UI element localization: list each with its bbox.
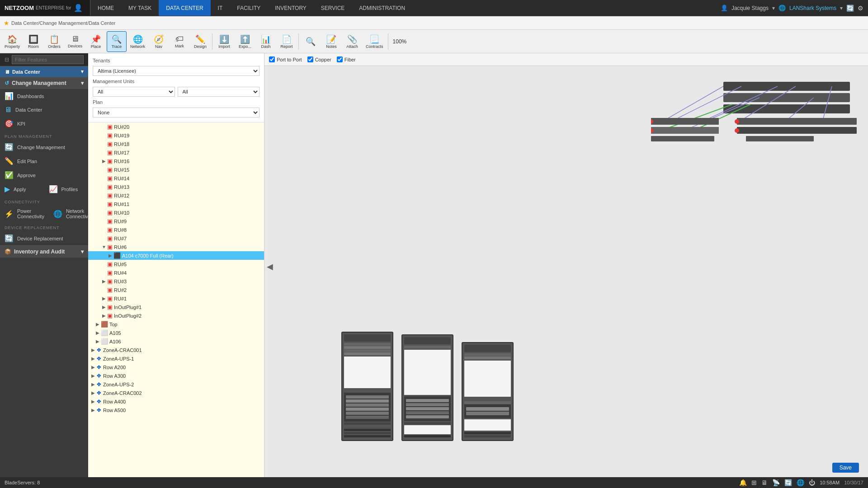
expand-ru1[interactable]: ▶ bbox=[101, 296, 107, 301]
sidebar-edit-plan[interactable]: ✏️ Edit Plan bbox=[0, 154, 88, 168]
sidebar-datacenter-item[interactable]: 🖥 Data Center bbox=[0, 103, 88, 117]
tree-node-top[interactable]: ▶ 🟫 Top bbox=[88, 320, 264, 328]
sidebar-kpi-profiles[interactable]: 📈 Profiles bbox=[44, 182, 89, 196]
tree-node-ru3[interactable]: ▶ ▣ RU#3 bbox=[88, 277, 264, 286]
property-btn[interactable]: 🏠 Property bbox=[2, 31, 23, 52]
sidebar-dashboards[interactable]: 📊 Dashboards bbox=[0, 89, 88, 103]
nav-inventory[interactable]: INVENTORY bbox=[268, 0, 314, 16]
expand-ru16[interactable]: ▶ bbox=[101, 159, 107, 164]
tree-node-inoutplug1[interactable]: ▶ ▣ InOutPlug#1 bbox=[88, 303, 264, 311]
tenants-select[interactable]: Altima (Licensee) bbox=[93, 66, 259, 76]
tree-node-ru7[interactable]: ▣ RU#7 bbox=[88, 234, 264, 243]
grid-icon[interactable]: ⊞ bbox=[751, 479, 757, 486]
tree-node-a104[interactable]: ▶ ⬛ A104 c7000 Full (Rear) bbox=[88, 251, 264, 260]
tree-node-ru10[interactable]: ▣ RU#10 bbox=[88, 208, 264, 217]
tree-node-row-a500[interactable]: ▶ ❖ Row A500 bbox=[88, 406, 264, 414]
tree-node-row-a300[interactable]: ▶ ❖ Row A300 bbox=[88, 371, 264, 380]
change-mgmt-arrow[interactable]: ▾ bbox=[81, 80, 84, 86]
tree-container[interactable]: ▣ RU#20 ▣ RU#19 ▣ RU#18 ▣ RU#17 ▶ ▣ R bbox=[88, 122, 264, 477]
nav-datacenter[interactable]: DATA CENTER bbox=[159, 0, 210, 16]
nav-facility[interactable]: FACILITY bbox=[230, 0, 268, 16]
design-btn[interactable]: ✏️ Design bbox=[190, 31, 210, 52]
mark-btn[interactable]: 🏷 Mark bbox=[170, 31, 189, 52]
nav-home[interactable]: HOME bbox=[90, 0, 121, 16]
user-dropdown-icon[interactable]: ▾ bbox=[772, 5, 775, 11]
tree-node-ru20[interactable]: ▣ RU#20 bbox=[88, 122, 264, 131]
tree-node-ru18[interactable]: ▣ RU#18 bbox=[88, 140, 264, 148]
save-button[interactable]: Save bbox=[832, 463, 859, 473]
expand-ups2[interactable]: ▶ bbox=[90, 382, 96, 387]
mgmt-units-select2[interactable]: All bbox=[178, 87, 260, 97]
port-to-port-checkbox[interactable] bbox=[269, 56, 275, 62]
tree-node-ru16[interactable]: ▶ ▣ RU#16 bbox=[88, 157, 264, 165]
inventory-section-header[interactable]: 📦 Inventory and Audit ▾ bbox=[0, 245, 88, 258]
place-btn[interactable]: 📌 Place bbox=[86, 31, 106, 52]
sidebar-apply[interactable]: ▶ Apply bbox=[0, 182, 44, 196]
attach-btn[interactable]: 📎 Attach bbox=[342, 31, 362, 52]
orders-btn[interactable]: 📋 Orders bbox=[44, 31, 64, 52]
refresh-status-icon[interactable]: 🔄 bbox=[784, 479, 792, 486]
globe-status-icon[interactable]: 🌐 bbox=[797, 479, 804, 486]
plan-select[interactable]: None bbox=[93, 108, 259, 117]
company-info[interactable]: LANShark Systems bbox=[789, 5, 836, 11]
tree-node-ru9[interactable]: ▣ RU#9 bbox=[88, 217, 264, 225]
monitor-icon[interactable]: 🖥 bbox=[761, 479, 768, 486]
expand-top[interactable]: ▶ bbox=[94, 322, 101, 327]
nav-btn[interactable]: 🧭 Nav bbox=[149, 31, 169, 52]
contracts-btn[interactable]: 📃 Contracts bbox=[363, 31, 386, 52]
dash-btn[interactable]: 📊 Dash bbox=[256, 31, 276, 52]
settings-icon[interactable]: ⚙ bbox=[858, 5, 863, 12]
sidebar-power[interactable]: ⚡ Power Connectivity bbox=[0, 206, 49, 222]
report-btn[interactable]: 📄 Report bbox=[277, 31, 297, 52]
tree-node-ru17[interactable]: ▣ RU#17 bbox=[88, 148, 264, 157]
canvas-content[interactable]: Save ◀ bbox=[264, 66, 868, 477]
bell-icon[interactable]: 🔔 bbox=[739, 479, 747, 486]
network-btn[interactable]: 🌐 Network bbox=[127, 31, 148, 52]
nav-mytask[interactable]: MY TASK bbox=[121, 0, 159, 16]
search-btn[interactable]: 🔍 bbox=[301, 31, 321, 52]
datacenter-section-header[interactable]: 🖥 Data Center ▾ bbox=[0, 66, 88, 77]
expand-ru3[interactable]: ▶ bbox=[101, 279, 107, 284]
tree-node-ru2[interactable]: ▣ RU#2 bbox=[88, 286, 264, 294]
tree-node-ru13[interactable]: ▣ RU#13 bbox=[88, 183, 264, 191]
tree-node-ru11[interactable]: ▣ RU#11 bbox=[88, 200, 264, 208]
tree-node-zonea-ups1[interactable]: ▶ ❖ ZoneA-UPS-1 bbox=[88, 354, 264, 363]
expand-ru6[interactable]: ▼ bbox=[101, 244, 107, 249]
tree-node-ru1[interactable]: ▶ ▣ RU#1 bbox=[88, 294, 264, 303]
tree-node-ru5[interactable]: ▣ RU#5 bbox=[88, 260, 264, 268]
expand-a104[interactable]: ▶ bbox=[107, 253, 113, 258]
fiber-cb[interactable]: Fiber bbox=[337, 56, 356, 62]
export-btn[interactable]: ⬆️ Expo... bbox=[235, 31, 255, 52]
fiber-checkbox[interactable] bbox=[337, 56, 343, 62]
favorite-star[interactable]: ★ bbox=[4, 19, 9, 27]
expand-plug2[interactable]: ▶ bbox=[101, 313, 107, 318]
sidebar-kpi[interactable]: 🎯 KPI bbox=[0, 117, 88, 131]
scroll-left-arrow[interactable]: ◀ bbox=[267, 262, 273, 272]
nav-administration[interactable]: ADMINISTRATION bbox=[352, 0, 412, 16]
notes-btn[interactable]: 📝 Notes bbox=[321, 31, 341, 52]
import-btn[interactable]: ⬇️ Import bbox=[214, 31, 234, 52]
port-to-port-cb[interactable]: Port to Port bbox=[269, 56, 302, 62]
expand-rowa200[interactable]: ▶ bbox=[90, 365, 96, 370]
power-status-icon[interactable]: ⏻ bbox=[809, 479, 815, 486]
nav-it[interactable]: IT bbox=[211, 0, 230, 16]
tree-node-zonea-ups2[interactable]: ▶ ❖ ZoneA-UPS-2 bbox=[88, 380, 264, 389]
tree-node-zonea-crac001[interactable]: ▶ ❖ ZoneA-CRAC001 bbox=[88, 346, 264, 354]
trace-btn[interactable]: 🔍 Trace bbox=[107, 31, 127, 52]
expand-rowa500[interactable]: ▶ bbox=[90, 408, 96, 413]
tree-node-ru19[interactable]: ▣ RU#19 bbox=[88, 131, 264, 140]
sidebar-approve[interactable]: ✅ Approve bbox=[0, 168, 88, 182]
tree-node-a106[interactable]: ▶ ⬜ A106 bbox=[88, 337, 264, 346]
tree-node-ru14[interactable]: ▣ RU#14 bbox=[88, 174, 264, 183]
sidebar-network[interactable]: 🌐 Network Connectivity bbox=[49, 206, 88, 222]
sidebar-change-mgmt[interactable]: 🔄 Change Management bbox=[0, 140, 88, 154]
copper-cb[interactable]: Copper bbox=[307, 56, 331, 62]
refresh-icon[interactable]: 🔄 bbox=[846, 5, 854, 12]
expand-rowa400[interactable]: ▶ bbox=[90, 399, 96, 404]
network-status-icon[interactable]: 📡 bbox=[772, 479, 780, 486]
expand-a105[interactable]: ▶ bbox=[94, 330, 101, 335]
tree-node-ru15[interactable]: ▣ RU#15 bbox=[88, 165, 264, 174]
datacenter-collapse-icon[interactable]: ▾ bbox=[81, 69, 84, 75]
tree-node-ru12[interactable]: ▣ RU#12 bbox=[88, 191, 264, 200]
room-btn[interactable]: 🔲 Room bbox=[24, 31, 43, 52]
